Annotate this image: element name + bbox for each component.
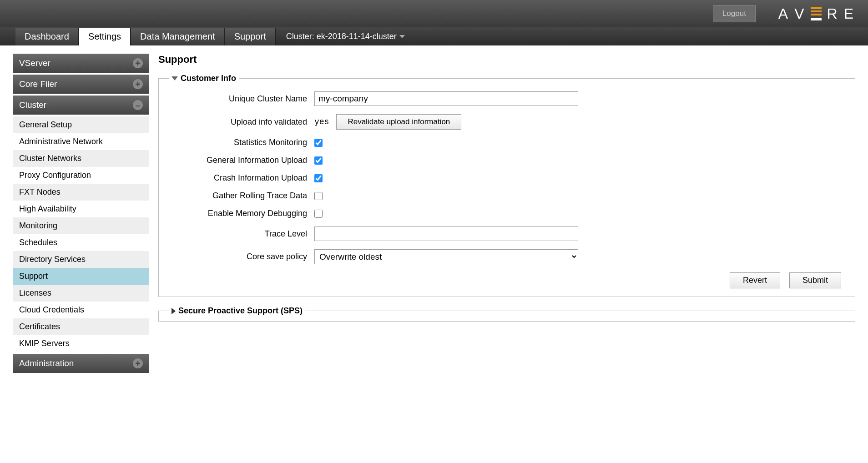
expand-icon: + bbox=[133, 79, 143, 89]
label-upload-validated: Upload info validated bbox=[169, 117, 314, 127]
sidebar-item-certificates[interactable]: Certificates bbox=[13, 318, 149, 335]
page-title: Support bbox=[158, 54, 855, 65]
sidebar-item-high-availability[interactable]: High Availability bbox=[13, 201, 149, 217]
expand-icon: + bbox=[133, 358, 143, 368]
sidebar-section-core-filer[interactable]: Core Filer + bbox=[13, 75, 149, 94]
crash-info-upload-checkbox[interactable] bbox=[314, 174, 323, 182]
core-save-select[interactable]: Overwrite oldest bbox=[314, 249, 578, 264]
sidebar-item-monitoring[interactable]: Monitoring bbox=[13, 217, 149, 234]
expand-icon: + bbox=[133, 58, 143, 68]
triangle-right-icon bbox=[172, 308, 176, 314]
sidebar-section-label: Core Filer bbox=[19, 79, 57, 89]
upload-validated-value: yes bbox=[314, 117, 329, 126]
revert-button[interactable]: Revert bbox=[730, 272, 780, 288]
label-gen-info-upload: General Information Upload bbox=[169, 156, 314, 165]
sidebar-section-label: VServer bbox=[19, 58, 50, 68]
main-panel: Support Customer Info Unique Cluster Nam… bbox=[158, 54, 855, 375]
brand-logo: A V R E bbox=[778, 5, 854, 22]
sidebar-section-label: Cluster bbox=[19, 100, 46, 110]
collapse-icon: – bbox=[133, 100, 143, 110]
label-cluster-name: Unique Cluster Name bbox=[169, 94, 314, 104]
sidebar-item-cloud-credentials[interactable]: Cloud Credentials bbox=[13, 302, 149, 318]
tab-data-management[interactable]: Data Management bbox=[131, 28, 225, 45]
label-mem-debug: Enable Memory Debugging bbox=[169, 209, 314, 218]
mem-debug-checkbox[interactable] bbox=[314, 210, 323, 218]
trace-level-input[interactable] bbox=[314, 226, 578, 241]
cluster-name-label: Cluster: ek-2018-11-14-cluster bbox=[286, 32, 397, 41]
sidebar-item-proxy-configuration[interactable]: Proxy Configuration bbox=[13, 167, 149, 184]
label-trace-level: Trace Level bbox=[169, 229, 314, 239]
sidebar-item-support[interactable]: Support bbox=[13, 268, 149, 285]
sidebar-section-vserver[interactable]: VServer + bbox=[13, 54, 149, 73]
label-crash-info-upload: Crash Information Upload bbox=[169, 173, 314, 183]
customer-info-fieldset: Customer Info Unique Cluster Name Upload… bbox=[158, 74, 855, 297]
stats-monitoring-checkbox[interactable] bbox=[314, 139, 323, 147]
sidebar-item-fxt-nodes[interactable]: FXT Nodes bbox=[13, 184, 149, 201]
cluster-selector[interactable]: Cluster: ek-2018-11-14-cluster bbox=[276, 32, 405, 41]
tab-support[interactable]: Support bbox=[225, 28, 276, 45]
tab-dashboard[interactable]: Dashboard bbox=[15, 28, 79, 45]
label-stats-monitoring: Statistics Monitoring bbox=[169, 138, 314, 147]
main-tab-bar: Dashboard Settings Data Management Suppo… bbox=[0, 27, 868, 45]
sidebar-section-cluster[interactable]: Cluster – bbox=[13, 96, 149, 115]
label-rolling-trace: Gather Rolling Trace Data bbox=[169, 191, 314, 201]
sps-legend[interactable]: Secure Proactive Support (SPS) bbox=[169, 306, 305, 316]
gen-info-upload-checkbox[interactable] bbox=[314, 156, 323, 165]
logo-letter-r: R bbox=[827, 5, 838, 22]
sidebar-section-label: Administration bbox=[19, 358, 74, 368]
sidebar-section-administration[interactable]: Administration + bbox=[13, 354, 149, 373]
sidebar-item-cluster-networks[interactable]: Cluster Networks bbox=[13, 150, 149, 167]
sidebar-item-schedules[interactable]: Schedules bbox=[13, 234, 149, 251]
sidebar-cluster-items: General Setup Administrative Network Clu… bbox=[13, 116, 149, 352]
logout-button[interactable]: Logout bbox=[713, 5, 756, 22]
settings-sidebar: VServer + Core Filer + Cluster – General… bbox=[13, 54, 149, 375]
logo-letter-a: A bbox=[778, 5, 789, 22]
tab-settings[interactable]: Settings bbox=[79, 28, 131, 45]
rolling-trace-checkbox[interactable] bbox=[314, 192, 323, 200]
revalidate-button[interactable]: Revalidate upload information bbox=[336, 114, 461, 130]
legend-text: Customer Info bbox=[181, 74, 236, 83]
logo-letter-e2: E bbox=[844, 5, 854, 22]
sidebar-item-general-setup[interactable]: General Setup bbox=[13, 116, 149, 133]
sidebar-item-administrative-network[interactable]: Administrative Network bbox=[13, 133, 149, 150]
logo-letter-v: V bbox=[794, 5, 805, 22]
sidebar-item-directory-services[interactable]: Directory Services bbox=[13, 251, 149, 268]
customer-info-legend[interactable]: Customer Info bbox=[169, 74, 239, 83]
sidebar-item-kmip-servers[interactable]: KMIP Servers bbox=[13, 335, 149, 352]
legend-text: Secure Proactive Support (SPS) bbox=[178, 306, 303, 316]
sidebar-item-licenses[interactable]: Licenses bbox=[13, 285, 149, 302]
label-core-save: Core save policy bbox=[169, 252, 314, 262]
cluster-name-input[interactable] bbox=[314, 91, 578, 106]
logo-letter-e-styled bbox=[811, 7, 822, 20]
triangle-down-icon bbox=[172, 76, 178, 81]
submit-button[interactable]: Submit bbox=[789, 272, 841, 288]
sps-fieldset: Secure Proactive Support (SPS) bbox=[158, 306, 855, 322]
top-bar: Logout A V R E bbox=[0, 0, 868, 27]
chevron-down-icon bbox=[399, 35, 405, 38]
